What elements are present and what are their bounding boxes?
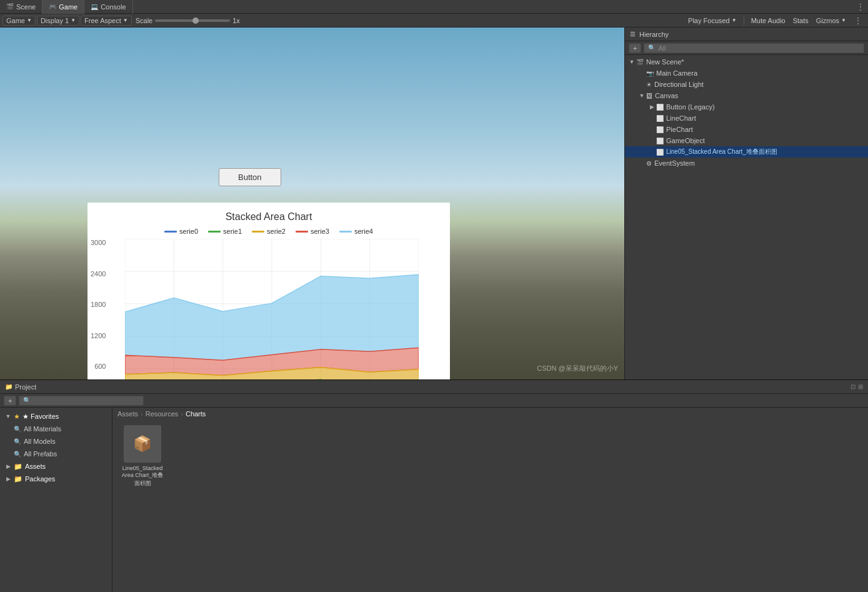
legend-serie3: serie3 xyxy=(296,228,329,235)
tree-label-event-system: EventSystem xyxy=(654,159,695,167)
aspect-dropdown[interactable]: Free Aspect ▼ xyxy=(81,16,132,26)
resize-buttons[interactable]: ⊡ ⊞ xyxy=(851,383,863,390)
tree-label-line-chart: LineChart xyxy=(666,114,696,122)
play-focused-chevron: ▼ xyxy=(732,18,737,23)
favorites-label: ★ Favorites xyxy=(22,413,59,421)
tree-icon-pie-chart: ⬜ xyxy=(656,126,664,133)
tree-icon-directional-light: ☀ xyxy=(646,81,652,88)
hierarchy-add-button[interactable]: + xyxy=(629,43,641,53)
mute-label: Mute Audio xyxy=(751,17,786,24)
play-focused-button[interactable]: Play Focused ▼ xyxy=(685,16,740,25)
tree-item-pie-chart[interactable]: ⬜ PieChart xyxy=(625,124,868,135)
play-focused-label: Play Focused xyxy=(688,17,730,24)
breadcrumb-charts: Charts xyxy=(186,410,206,418)
project-title: Project xyxy=(15,383,36,391)
tree-item-button-legacy[interactable]: ▶ ⬜ Button (Legacy) xyxy=(625,101,868,113)
all-prefabs-label: All Prefabs xyxy=(24,450,57,458)
chart-title: Stacked Area Chart xyxy=(87,211,450,223)
display-label: Display 1 xyxy=(41,17,69,24)
stats-button[interactable]: Stats xyxy=(790,16,812,25)
game-tab-icon: 🎮 xyxy=(49,3,56,10)
breadcrumb-assets: Assets xyxy=(117,410,138,418)
project-toolbar: + 🔍 xyxy=(0,394,868,408)
breadcrumb-sep-2: › xyxy=(181,410,183,418)
packages-header[interactable]: ▶ 📁 Packages xyxy=(0,473,112,485)
legend-label-serie2: serie2 xyxy=(267,228,286,235)
tree-label-pie-chart: PieChart xyxy=(666,126,693,133)
tree-item-main-camera[interactable]: 📷 Main Camera xyxy=(625,68,868,79)
console-tab-icon: 💻 xyxy=(91,3,98,10)
hierarchy-search[interactable]: 🔍 All xyxy=(644,43,864,53)
project-search[interactable]: 🔍 xyxy=(19,396,144,406)
tab-scene[interactable]: 🎬 Scene xyxy=(0,0,42,14)
gizmos-label: Gizmos xyxy=(816,17,839,24)
all-materials-item[interactable]: 🔍 All Materials xyxy=(0,423,112,435)
game-button[interactable]: Button xyxy=(219,168,281,186)
project-search-icon: 🔍 xyxy=(23,397,31,404)
display-dropdown[interactable]: Display 1 ▼ xyxy=(37,16,79,26)
project-panels: ▼ ★ ★ Favorites 🔍 All Materials 🔍 All Mo… xyxy=(0,408,868,592)
tree-item-stacked-chart[interactable]: ⬜ Line05_Stacked Area Chart_堆叠面积图 xyxy=(625,146,868,158)
tab-console[interactable]: 💻 Console xyxy=(84,0,132,14)
all-models-label: All Models xyxy=(24,438,56,445)
tree-item-canvas[interactable]: ▼ 🖼 Canvas xyxy=(625,90,868,101)
tab-menu-button[interactable]: ⋮ xyxy=(853,3,868,11)
chart-container: Stacked Area Chart serie0 serie1 serie2 xyxy=(87,203,450,379)
tree-item-game-object[interactable]: ⬜ GameObject xyxy=(625,135,868,146)
tab-bar: 🎬 Scene 🎮 Game 💻 Console ⋮ xyxy=(0,0,868,14)
tree-icon-line-chart: ⬜ xyxy=(656,115,664,122)
assets-header[interactable]: ▶ 📁 Assets xyxy=(0,460,112,473)
all-models-item[interactable]: 🔍 All Models xyxy=(0,435,112,448)
hierarchy-icon: ☰ xyxy=(630,31,636,38)
favorites-arrow: ▼ xyxy=(5,413,11,419)
gizmos-chevron: ▼ xyxy=(841,18,846,23)
legend-serie0: serie0 xyxy=(164,228,198,235)
all-prefabs-icon: 🔍 xyxy=(14,451,21,458)
chart-svg xyxy=(125,239,419,379)
aspect-chevron: ▼ xyxy=(123,18,128,23)
tree-item-new-scene[interactable]: ▼ 🎬 New Scene* xyxy=(625,56,868,68)
all-materials-label: All Materials xyxy=(24,425,61,433)
tree-label-game-object: GameObject xyxy=(666,137,705,144)
all-prefabs-item[interactable]: 🔍 All Prefabs xyxy=(0,448,112,460)
all-models-icon: 🔍 xyxy=(14,438,21,445)
project-main: Assets › Resources › Charts 📦 Line05_Sta… xyxy=(112,408,868,592)
mute-audio-button[interactable]: Mute Audio xyxy=(748,16,789,25)
y-label-600: 600 xyxy=(91,363,106,370)
tab-game[interactable]: 🎮 Game xyxy=(42,0,84,14)
tree-icon-stacked-chart: ⬜ xyxy=(656,149,664,156)
favorites-header[interactable]: ▼ ★ ★ Favorites xyxy=(0,410,112,423)
project-add-button[interactable]: + xyxy=(4,396,16,406)
toolbar-menu-button[interactable]: ⋮ xyxy=(851,16,866,25)
tree-label-main-camera: Main Camera xyxy=(656,69,697,77)
hierarchy-header: ☰ Hierarchy xyxy=(625,28,868,41)
tree-icon-game-object: ⬜ xyxy=(656,138,664,144)
scale-slider[interactable] xyxy=(155,19,230,22)
assets-label: Assets xyxy=(25,463,46,470)
gizmos-button[interactable]: Gizmos ▼ xyxy=(813,16,849,25)
packages-folder-icon: 📁 xyxy=(14,475,22,483)
resize-icon-1: ⊡ xyxy=(851,383,856,390)
legend-label-serie1: serie1 xyxy=(223,228,242,235)
legend-serie2: serie2 xyxy=(252,228,286,235)
tree-item-directional-light[interactable]: ☀ Directional Light xyxy=(625,79,868,90)
breadcrumb-resources: Resources xyxy=(146,410,179,418)
hierarchy-title: Hierarchy xyxy=(639,31,669,38)
tree-icon-new-scene: 🎬 xyxy=(636,59,644,66)
hierarchy-toolbar: + 🔍 All xyxy=(625,41,868,55)
tree-arrow-button-legacy: ▶ xyxy=(649,104,655,110)
tree-label-stacked-chart: Line05_Stacked Area Chart_堆叠面积图 xyxy=(666,148,777,156)
y-label-1200: 1200 xyxy=(91,332,106,339)
scale-label: Scale xyxy=(136,17,153,24)
asset-thumb-stacked-chart: 📦 xyxy=(124,425,161,463)
asset-stacked-chart[interactable]: 📦 Line05_Stacked Area Chart_堆叠面积图 xyxy=(117,423,167,490)
game-dropdown[interactable]: Game ▼ xyxy=(2,16,36,26)
tree-icon-event-system: ⚙ xyxy=(646,160,652,167)
packages-label: Packages xyxy=(25,475,55,483)
tree-item-event-system[interactable]: ⚙ EventSystem xyxy=(625,158,868,169)
y-label-2400: 2400 xyxy=(91,270,106,278)
right-panel: ☰ Hierarchy + 🔍 All ▼ 🎬 New Scene* xyxy=(624,28,868,379)
game-toolbar: Game ▼ Display 1 ▼ Free Aspect ▼ Scale 1… xyxy=(0,14,868,28)
tree-item-line-chart[interactable]: ⬜ LineChart xyxy=(625,113,868,124)
scale-value: 1x xyxy=(232,17,240,24)
